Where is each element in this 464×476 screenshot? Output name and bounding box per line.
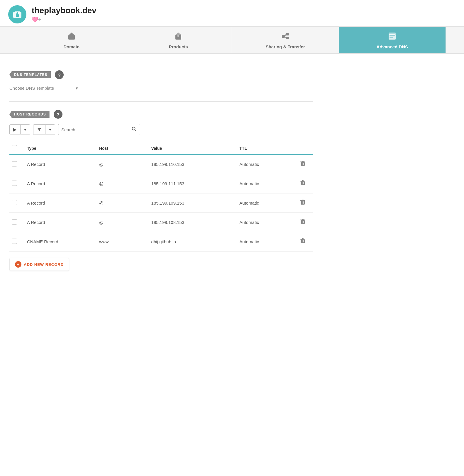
filter-btn-group: ▾ [33,124,55,135]
svg-point-3 [16,12,18,14]
svg-rect-21 [301,162,305,166]
row-host-4: www [97,232,149,251]
tab-domain[interactable]: Domain [18,27,125,53]
filter-icon [37,127,42,132]
svg-line-13 [285,36,286,38]
row-host-1: @ [97,174,149,193]
row-value-4: dhij.github.io. [149,232,237,251]
svg-rect-45 [302,238,304,239]
records-table: Type Host Value TTL A Record @ 185.199.1… [9,142,313,251]
svg-rect-32 [302,201,302,204]
delete-record-2-button[interactable] [298,198,307,208]
row-checkbox-2[interactable] [12,200,17,205]
select-all-checkbox[interactable] [12,145,17,150]
tab-domain-label: Domain [63,44,79,49]
add-new-record-button[interactable]: + ADD NEW RECORD [9,258,69,271]
table-row: A Record @ 185.199.111.153 Automatic [9,174,313,193]
trash-icon [300,180,305,186]
row-action-4 [293,232,313,251]
filter-dropdown-icon: ▾ [49,127,51,132]
svg-rect-9 [282,35,285,38]
row-checkbox-cell [9,232,25,251]
row-value-1: 185.199.111.153 [149,174,237,193]
col-action-header [293,142,313,154]
svg-rect-8 [177,35,179,37]
dns-template-select[interactable]: Choose DNS Template [9,84,80,92]
table-body: A Record @ 185.199.110.153 Automatic [9,154,313,251]
svg-rect-2 [16,14,19,17]
row-value-2: 185.199.109.153 [149,193,237,213]
row-checkbox-cell [9,213,25,232]
svg-rect-36 [301,220,305,224]
row-type-0: A Record [25,154,97,174]
row-checkbox-cell [9,193,25,213]
tab-sharing-label: Sharing & Transfer [266,44,305,49]
row-action-2 [293,193,313,213]
row-checkbox-4[interactable] [12,239,17,244]
row-action-0 [293,154,313,174]
dns-templates-help[interactable]: ? [55,70,64,79]
svg-rect-15 [390,35,395,36]
domain-icon [67,32,76,42]
table-row: A Record @ 185.199.110.153 Automatic [9,154,313,174]
svg-rect-26 [301,181,305,185]
svg-rect-22 [302,163,302,165]
play-dropdown-button[interactable]: ▾ [21,125,30,135]
row-host-0: @ [97,154,149,174]
row-action-3 [293,213,313,232]
svg-rect-17 [389,33,396,35]
row-checkbox-0[interactable] [12,161,17,166]
play-button[interactable]: ▶ [10,125,20,135]
row-checkbox-1[interactable] [12,181,17,186]
svg-line-20 [135,130,136,131]
host-records-help[interactable]: ? [54,110,62,119]
row-value-3: 185.199.108.153 [149,213,237,232]
svg-rect-16 [390,37,393,38]
svg-rect-43 [303,240,304,242]
row-ttl-1: Automatic [237,174,293,193]
svg-line-12 [285,34,286,36]
tab-advanced-dns-label: Advanced DNS [377,44,408,49]
svg-rect-38 [303,221,304,223]
main-content: DNS TEMPLATES ? Choose DNS Template HOST… [0,54,323,283]
row-ttl-4: Automatic [237,232,293,251]
table-row: A Record @ 185.199.108.153 Automatic [9,213,313,232]
tab-advanced-dns[interactable]: Advanced DNS [339,27,446,53]
svg-point-19 [132,127,135,130]
delete-record-4-button[interactable] [298,237,307,246]
page-header: theplaybook.dev 🩷+ [0,0,464,27]
tab-products[interactable]: Products [125,27,232,53]
svg-marker-7 [175,33,181,35]
filter-button[interactable] [33,125,45,134]
svg-marker-18 [37,128,41,131]
play-btn-group: ▶ ▾ [9,124,30,135]
search-button[interactable] [128,124,140,135]
products-icon [174,32,182,42]
col-host-header: Host [97,142,149,154]
row-checkbox-cell [9,154,25,174]
row-host-2: @ [97,193,149,213]
svg-rect-41 [301,239,305,243]
dns-templates-badge: DNS TEMPLATES [9,71,51,78]
row-checkbox-3[interactable] [12,219,17,225]
col-value-header: Value [149,142,237,154]
trash-icon [300,219,305,225]
delete-record-0-button[interactable] [298,159,307,169]
site-title: theplaybook.dev [32,6,96,15]
site-subtitle: 🩷+ [32,16,96,23]
search-input[interactable] [58,125,128,135]
svg-rect-30 [302,180,304,181]
delete-record-1-button[interactable] [298,179,307,188]
row-value-0: 185.199.110.153 [149,154,237,174]
add-record-label: ADD NEW RECORD [24,262,64,267]
add-record-plus-icon: + [15,261,21,268]
delete-record-3-button[interactable] [298,217,307,227]
dns-templates-header: DNS TEMPLATES ? [9,70,313,79]
col-checkbox [9,142,25,154]
svg-rect-11 [286,37,289,39]
tab-sharing[interactable]: Sharing & Transfer [232,27,339,53]
svg-rect-40 [302,219,304,220]
filter-dropdown-button[interactable]: ▾ [45,125,55,135]
tab-products-label: Products [169,44,188,49]
trash-icon [300,238,305,244]
